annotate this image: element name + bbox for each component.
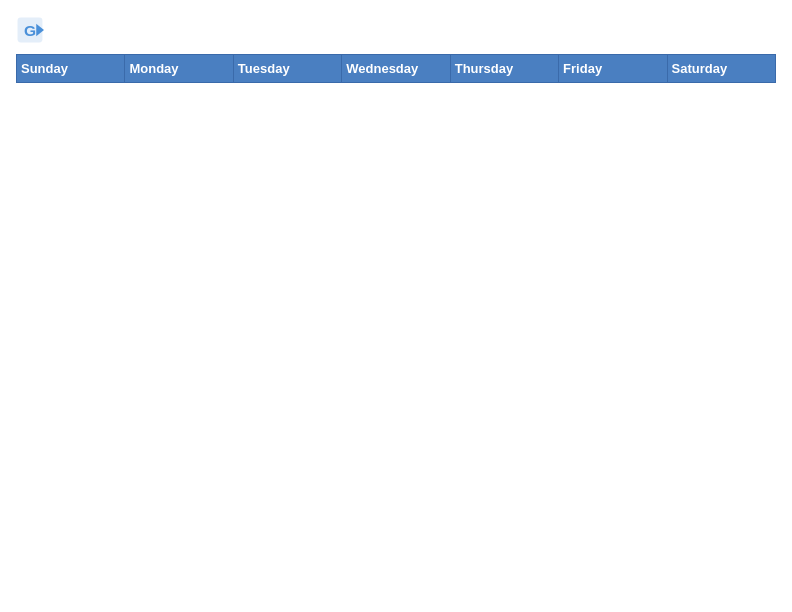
weekday-header-tuesday: Tuesday [233,55,341,83]
weekday-header-monday: Monday [125,55,233,83]
logo: G [16,16,48,44]
weekday-header-sunday: Sunday [17,55,125,83]
logo-icon: G [16,16,44,44]
weekday-header-wednesday: Wednesday [342,55,450,83]
weekday-header-friday: Friday [559,55,667,83]
page-header: G [16,16,776,44]
calendar-header: SundayMondayTuesdayWednesdayThursdayFrid… [17,55,776,83]
svg-text:G: G [24,22,36,39]
weekday-header-saturday: Saturday [667,55,775,83]
weekday-row: SundayMondayTuesdayWednesdayThursdayFrid… [17,55,776,83]
calendar-table: SundayMondayTuesdayWednesdayThursdayFrid… [16,54,776,83]
weekday-header-thursday: Thursday [450,55,558,83]
